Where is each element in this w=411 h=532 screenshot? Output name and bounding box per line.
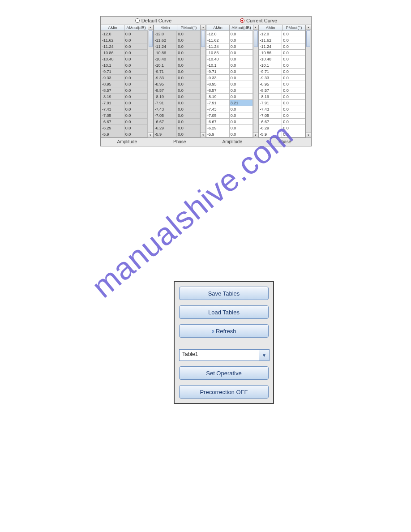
cell-value[interactable]: 0.0 (177, 87, 200, 94)
table-row[interactable]: -7.910.0 (154, 100, 201, 106)
table-row[interactable]: -8.570.0 (206, 87, 253, 94)
table-row[interactable]: -8.190.0 (154, 94, 201, 100)
table-row[interactable]: -10.860.0 (154, 50, 201, 56)
table-row[interactable]: -9.710.0 (154, 69, 201, 75)
table-row[interactable]: -6.670.0 (259, 119, 306, 125)
scroll-up-icon[interactable]: ▴ (306, 25, 311, 30)
table-row[interactable]: -9.330.0 (101, 75, 148, 81)
cell-value[interactable]: 0.0 (177, 37, 200, 43)
cell-value[interactable]: 0.0 (124, 75, 148, 81)
cell-amin[interactable]: -7.05 (259, 112, 283, 119)
cell-amin[interactable]: -6.29 (101, 125, 124, 131)
cell-amin[interactable]: -8.57 (206, 87, 230, 94)
cell-amin[interactable]: -7.43 (259, 106, 283, 112)
table-row[interactable]: -8.190.0 (101, 94, 148, 100)
cell-value[interactable]: 0.0 (282, 75, 305, 81)
cell-value[interactable]: 0.0 (124, 87, 148, 94)
table-row[interactable]: -5.90.0 (154, 131, 201, 137)
table-row[interactable]: -9.330.0 (259, 75, 306, 81)
cell-amin[interactable]: -8.57 (259, 87, 283, 94)
table-row[interactable]: -11.240.0 (259, 43, 306, 50)
cell-value[interactable]: 0.0 (177, 94, 200, 100)
precorrection-button[interactable]: Precorrection OFF (179, 385, 269, 399)
cell-amin[interactable]: -5.9 (259, 131, 283, 137)
cell-value[interactable]: 0.0 (124, 81, 148, 87)
table-row[interactable]: -10.400.0 (206, 56, 253, 62)
cell-value[interactable]: 0.0 (177, 50, 200, 56)
cell-amin[interactable]: -6.67 (154, 119, 177, 125)
cell-amin[interactable]: -11.62 (206, 37, 230, 43)
cell-amin[interactable]: -8.95 (154, 81, 177, 87)
cell-amin[interactable]: -6.29 (154, 125, 177, 131)
table-row[interactable]: -12.00.0 (206, 31, 253, 37)
cell-value[interactable]: 0.0 (177, 119, 200, 125)
cell-value[interactable]: 0.0 (124, 62, 148, 69)
table-row[interactable]: -7.910.0 (259, 100, 306, 106)
cell-value[interactable]: 0.0 (124, 69, 148, 75)
cell-amin[interactable]: -10.40 (206, 56, 230, 62)
cell-amin[interactable]: -8.95 (101, 81, 124, 87)
cell-value[interactable]: 0.0 (230, 119, 253, 125)
cell-value[interactable]: 0.0 (124, 43, 148, 50)
table-row[interactable]: -8.950.0 (154, 81, 201, 87)
cell-value[interactable]: 0.0 (230, 43, 253, 50)
cell-amin[interactable]: -6.67 (101, 119, 124, 125)
cell-amin[interactable]: -12.0 (101, 31, 124, 37)
table-row[interactable]: -8.190.0 (259, 94, 306, 100)
cell-value[interactable]: 0.0 (282, 112, 305, 119)
cell-amin[interactable]: -12.0 (154, 31, 177, 37)
cell-value[interactable]: 0.0 (282, 87, 305, 94)
table-row[interactable]: -7.050.0 (154, 112, 201, 119)
scrollbar[interactable]: ▴ ▾ (201, 25, 206, 138)
cell-amin[interactable]: -9.33 (259, 75, 283, 81)
table-row[interactable]: -9.710.0 (101, 69, 148, 75)
table-row[interactable]: -8.570.0 (154, 87, 201, 94)
cell-value[interactable]: 0.0 (177, 75, 200, 81)
cell-amin[interactable]: -9.33 (154, 75, 177, 81)
current-curve-radio[interactable]: Current Curve (206, 17, 311, 25)
scroll-track[interactable] (253, 47, 258, 133)
table-row[interactable]: -8.950.0 (259, 81, 306, 87)
cell-value[interactable]: 0.0 (230, 69, 253, 75)
table-row[interactable]: -9.710.0 (206, 69, 253, 75)
cell-amin[interactable]: -7.43 (206, 106, 230, 112)
cell-value[interactable]: 0.0 (230, 94, 253, 100)
cell-value[interactable]: 0.0 (230, 81, 253, 87)
scrollbar[interactable]: ▴ ▾ (306, 25, 311, 138)
cell-value[interactable]: 0.0 (282, 31, 305, 37)
table-row[interactable]: -10.10.0 (259, 62, 306, 69)
cell-value[interactable]: 0.0 (230, 50, 253, 56)
cell-amin[interactable]: -10.40 (101, 56, 124, 62)
table-row[interactable]: -7.050.0 (101, 112, 148, 119)
cell-value[interactable]: 0.0 (124, 119, 148, 125)
cell-amin[interactable]: -10.1 (101, 62, 124, 69)
scroll-down-icon[interactable]: ▾ (306, 133, 311, 137)
cell-value[interactable]: 0.0 (230, 75, 253, 81)
load-tables-button[interactable]: Load Tables (179, 305, 269, 319)
cell-value[interactable]: 0.0 (230, 56, 253, 62)
scroll-track[interactable] (306, 47, 311, 133)
cell-amin[interactable]: -7.43 (154, 106, 177, 112)
table-row[interactable]: -10.10.0 (206, 62, 253, 69)
cell-amin[interactable]: -7.05 (101, 112, 124, 119)
table-row[interactable]: -9.330.0 (206, 75, 253, 81)
cell-value[interactable]: 0.0 (282, 62, 305, 69)
table-row[interactable]: -5.90.0 (101, 131, 148, 137)
cell-amin[interactable]: -8.19 (259, 94, 283, 100)
table-row[interactable]: -8.190.0 (206, 94, 253, 100)
scroll-thumb[interactable] (254, 30, 258, 47)
scroll-down-icon[interactable]: ▾ (148, 133, 153, 137)
cell-amin[interactable]: -9.71 (101, 69, 124, 75)
table-row[interactable]: -6.670.0 (154, 119, 201, 125)
cell-value[interactable]: 0.0 (282, 119, 305, 125)
table-row[interactable]: -6.670.0 (101, 119, 148, 125)
cell-amin[interactable]: -11.62 (101, 37, 124, 43)
cell-amin[interactable]: -10.86 (259, 50, 283, 56)
cell-amin[interactable]: -6.29 (206, 125, 230, 131)
table-select-dropdown[interactable]: Table1 ▼ (179, 349, 270, 361)
table-row[interactable]: -11.620.0 (206, 37, 253, 43)
cell-amin[interactable]: -8.95 (259, 81, 283, 87)
scroll-up-icon[interactable]: ▴ (253, 25, 258, 30)
cell-amin[interactable]: -7.91 (101, 100, 124, 106)
cell-value[interactable]: 0.0 (124, 112, 148, 119)
